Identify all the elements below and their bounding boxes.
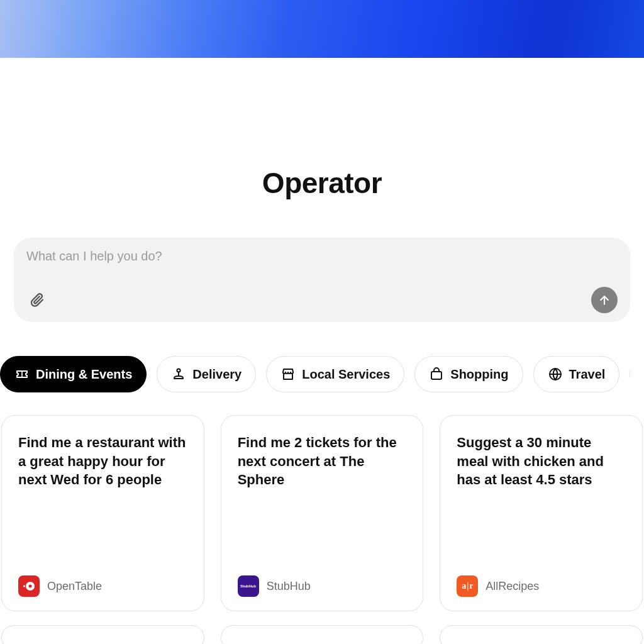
joystick-icon	[171, 367, 186, 382]
hero-banner	[0, 0, 644, 58]
chip-local-services[interactable]: Local Services	[266, 356, 404, 392]
prompt-input[interactable]	[26, 249, 618, 264]
card-footer: OpenTable	[18, 575, 187, 597]
suggestion-cards: Find me a restaurant with a great happy …	[1, 415, 643, 611]
arrow-up-icon	[598, 294, 611, 306]
svg-point-15	[23, 585, 25, 587]
chip-label: Dining & Events	[36, 367, 132, 382]
chip-news[interactable]: News	[630, 356, 630, 392]
allrecipes-icon: a|r	[457, 575, 478, 597]
prompt-input-container[interactable]	[14, 238, 630, 322]
ticket-icon	[14, 367, 30, 382]
chip-dining-events[interactable]: Dining & Events	[0, 356, 147, 392]
chip-travel[interactable]: Travel	[533, 356, 620, 392]
card-app-name: StubHub	[267, 580, 311, 593]
svg-rect-6	[431, 372, 441, 379]
card-title: Find me 2 tickets for the next concert a…	[238, 433, 407, 489]
chip-delivery[interactable]: Delivery	[157, 356, 256, 392]
card-app-name: OpenTable	[47, 580, 102, 593]
suggestion-card[interactable]: Find me a restaurant with a great happy …	[1, 415, 204, 611]
globe-icon	[548, 367, 563, 382]
chip-label: Local Services	[302, 367, 390, 382]
chip-label: Delivery	[192, 367, 242, 382]
category-chips: Dining & Events Delivery Local Servi	[0, 356, 630, 392]
send-button[interactable]	[591, 287, 618, 313]
suggestion-card[interactable]: Find me 2 tickets for the next concert a…	[221, 415, 424, 611]
card-footer: StubHub StubHub	[238, 575, 407, 597]
card-title: Find me a restaurant with a great happy …	[18, 433, 187, 489]
suggestion-card[interactable]	[1, 625, 204, 644]
chip-label: Shopping	[450, 367, 508, 382]
paperclip-icon	[30, 292, 45, 308]
suggestion-card[interactable]	[440, 625, 643, 644]
chip-label: Travel	[569, 367, 606, 382]
bag-icon	[429, 367, 444, 382]
suggestion-cards-next-row	[1, 625, 643, 644]
card-footer: a|r AllRecipes	[457, 575, 626, 597]
page-title: Operator	[14, 166, 630, 200]
stubhub-icon: StubHub	[238, 575, 259, 597]
storefront-icon	[280, 367, 296, 382]
svg-point-14	[29, 585, 32, 588]
card-title: Suggest a 30 minute meal with chicken an…	[457, 433, 626, 489]
suggestion-card[interactable]	[221, 625, 424, 644]
card-app-name: AllRecipes	[486, 580, 539, 593]
chip-shopping[interactable]: Shopping	[414, 356, 523, 392]
suggestion-card[interactable]: Suggest a 30 minute meal with chicken an…	[440, 415, 643, 611]
attach-button[interactable]	[26, 289, 48, 311]
opentable-icon	[18, 575, 40, 597]
